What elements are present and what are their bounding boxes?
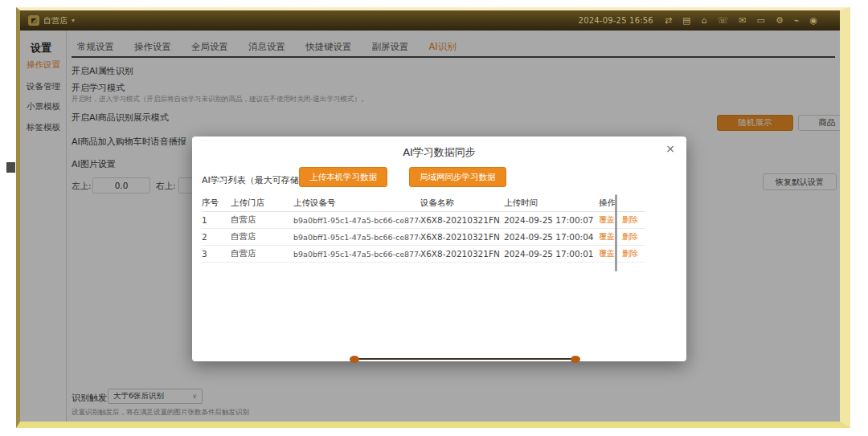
- store-logo-icon: ◩: [28, 15, 39, 26]
- upload-local-data-button[interactable]: 上传本机学习数据: [299, 167, 387, 187]
- display-icon[interactable]: ▭: [756, 15, 764, 26]
- row-index: 1: [202, 215, 231, 225]
- page-title: 设置: [31, 41, 51, 55]
- topbar-right: 2024-09-25 16:56 ⇄ ▤ ⌂ ☏ ✉ ▭ ⚙ ⌁ ◉: [579, 15, 817, 26]
- row-index: 3: [202, 249, 231, 259]
- learning-data-table: 序号 上传门店 上传设备号 设备名称 上传时间 操作 1 自营店 b9a0bff…: [202, 194, 645, 263]
- app-screen: ◩ 自营店 ▾ 2024-09-25 16:56 ⇄ ▤ ⌂ ☏ ✉ ▭ ⚙ ⌁…: [20, 10, 840, 422]
- tab-divider: [72, 56, 835, 58]
- overwrite-link[interactable]: 覆盖: [599, 214, 615, 226]
- slider-left-handle[interactable]: [350, 356, 359, 363]
- header-index: 序号: [202, 198, 231, 209]
- tab-secondary-screen-settings[interactable]: 副屏设置: [372, 41, 409, 53]
- header-device-id: 上传设备号: [293, 198, 420, 209]
- table-scrollbar[interactable]: [615, 194, 617, 271]
- close-icon[interactable]: ×: [665, 143, 675, 154]
- row-upload-time: 2024-09-25 17:00:07: [504, 215, 599, 225]
- setting-ai-attribute-recognition: 开启AI属性识别: [72, 65, 133, 77]
- settings-icon[interactable]: ⚙: [776, 15, 784, 26]
- table-row: 2 自营店 b9a0bff1-95c1-47a5-bc66-ce877481db…: [202, 229, 645, 246]
- random-display-button[interactable]: 随机展示: [717, 115, 793, 131]
- table-header-row: 序号 上传门店 上传设备号 设备名称 上传时间 操作: [202, 194, 645, 212]
- setting-ai-display-mode: 开启AI商品识别展示模式: [72, 112, 169, 124]
- photo-artifact: [6, 162, 15, 173]
- tab-operation-settings[interactable]: 操作设置: [134, 41, 171, 53]
- recognition-trigger-select[interactable]: 大于6张后识别 ∨: [108, 389, 203, 404]
- dialog-title: AI学习数据同步: [192, 145, 686, 160]
- overwrite-link[interactable]: 覆盖: [599, 231, 615, 242]
- signal-icon[interactable]: ⌁: [794, 15, 800, 26]
- screen-frame: ◩ 自营店 ▾ 2024-09-25 16:56 ⇄ ▤ ⌂ ☏ ✉ ▭ ⚙ ⌁…: [16, 7, 850, 428]
- sidebar-item-label-template[interactable]: 标签模板: [27, 122, 60, 133]
- phone-icon[interactable]: ☏: [718, 15, 729, 26]
- sync-icon[interactable]: ⇄: [665, 15, 672, 26]
- tab-ai-recognition[interactable]: AI识别: [429, 41, 457, 53]
- power-icon[interactable]: ◉: [809, 15, 817, 26]
- top-right-coord-label: 右上:: [156, 181, 176, 192]
- chevron-down-icon: ▾: [72, 17, 75, 24]
- top-system-bar: ◩ 自营店 ▾ 2024-09-25 16:56 ⇄ ▤ ⌂ ☏ ✉ ▭ ⚙ ⌁…: [20, 10, 840, 31]
- recognition-trigger-label: 识别触发: [72, 392, 107, 404]
- settings-sidebar: 设置 操作设置 设备管理 小票模板 标签模板: [20, 31, 67, 422]
- restore-defaults-button[interactable]: 恢复默认设置: [763, 173, 837, 190]
- tab-global-settings[interactable]: 全局设置: [191, 41, 228, 53]
- sidebar-item-device-management[interactable]: 设备管理: [27, 81, 60, 92]
- menu-icon[interactable]: ▤: [682, 15, 690, 26]
- delete-link[interactable]: 删除: [622, 248, 638, 259]
- tab-general-settings[interactable]: 常规设置: [77, 41, 114, 53]
- row-device-id: b9a0bff1-95c1-47a5-bc66-ce877481dbc4: [293, 250, 420, 259]
- header-store: 上传门店: [231, 198, 293, 209]
- recognition-trigger-helper: 设置识别触发后，将在满足设置的图片张数条件后触发识别: [72, 408, 249, 418]
- row-device-id: b9a0bff1-95c1-47a5-bc66-ce877481dbc4: [293, 216, 420, 225]
- tab-message-settings[interactable]: 消息设置: [248, 41, 285, 53]
- row-device-name: X6X8-20210321FN: [420, 215, 504, 225]
- settings-tab-bar: 常规设置 操作设置 全局设置 消息设置 快捷键设置 副屏设置 AI识别: [77, 41, 457, 53]
- row-store: 自营店: [231, 248, 293, 259]
- row-upload-time: 2024-09-25 17:00:04: [504, 232, 599, 242]
- header-device-name: 设备名称: [420, 198, 504, 209]
- setting-learning-mode-description: 开启时，进入学习模式（开启后将自动学习未识别的商品，建议在不使用时关闭-退出学习…: [72, 95, 368, 104]
- setting-voice-broadcast: AI商品加入购物车时语音播报: [72, 136, 186, 148]
- row-device-name: X6X8-20210321FN: [420, 249, 504, 259]
- header-actions: 操作: [599, 198, 645, 209]
- dialog-bottom-slider: [350, 354, 580, 364]
- row-store: 自营店: [231, 231, 293, 242]
- slider-right-handle[interactable]: [571, 356, 580, 363]
- system-datetime: 2024-09-25 16:56: [579, 16, 653, 25]
- home-icon[interactable]: ⌂: [702, 15, 707, 26]
- message-icon[interactable]: ✉: [739, 15, 746, 26]
- setting-ai-image-group: AI图片设置: [72, 158, 116, 170]
- top-left-coord-label: 左上:: [72, 181, 92, 192]
- delete-link[interactable]: 删除: [622, 214, 638, 226]
- status-icon-tray: ⇄ ▤ ⌂ ☏ ✉ ▭ ⚙ ⌁ ◉: [665, 15, 817, 26]
- ai-learning-sync-dialog: AI学习数据同步 × AI学习列表（最大可存储10条） 上传本机学习数据 局域网…: [192, 137, 686, 361]
- row-store: 自营店: [231, 214, 293, 226]
- header-upload-time: 上传时间: [504, 198, 599, 209]
- store-selector[interactable]: ◩ 自营店 ▾: [28, 15, 75, 26]
- row-device-name: X6X8-20210321FN: [420, 232, 504, 242]
- setting-learning-mode: 开启学习模式: [72, 82, 125, 94]
- row-device-id: b9a0bff1-95c1-47a5-bc66-ce877481dbc4: [293, 233, 420, 242]
- table-row: 3 自营店 b9a0bff1-95c1-47a5-bc66-ce877481db…: [202, 246, 645, 263]
- settings-page: 设置 操作设置 设备管理 小票模板 标签模板 常规设置 操作设置 全局设置 消息…: [20, 31, 840, 422]
- sidebar-item-operation-settings[interactable]: 操作设置: [27, 59, 60, 71]
- product-display-button[interactable]: 商品: [798, 115, 840, 131]
- sidebar-item-receipt-template[interactable]: 小票模板: [27, 101, 60, 112]
- chevron-down-icon: ∨: [192, 393, 197, 400]
- tab-hotkey-settings[interactable]: 快捷键设置: [305, 41, 352, 53]
- delete-link[interactable]: 删除: [622, 231, 638, 242]
- top-left-coord-input[interactable]: [92, 177, 150, 194]
- store-name: 自营店: [43, 15, 68, 26]
- slider-track: [354, 358, 575, 360]
- recognition-trigger-value: 大于6张后识别: [113, 391, 164, 401]
- lan-sync-data-button[interactable]: 局域网同步学习数据: [409, 167, 506, 187]
- row-upload-time: 2024-09-25 17:00:01: [504, 249, 599, 259]
- table-row: 1 自营店 b9a0bff1-95c1-47a5-bc66-ce877481db…: [202, 212, 645, 229]
- row-index: 2: [202, 232, 231, 242]
- overwrite-link[interactable]: 覆盖: [599, 248, 615, 259]
